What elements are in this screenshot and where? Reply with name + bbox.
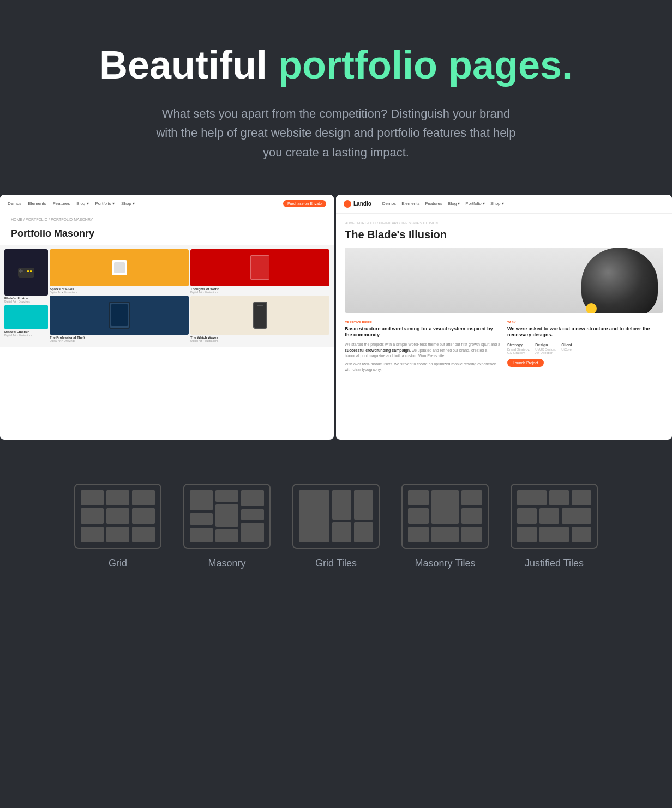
mt-c2r3 <box>431 527 459 542</box>
layout-type-masonry-tiles[interactable]: Masonry Tiles <box>401 484 489 569</box>
blade-col-left: CREATIVE BRIEF Basic structure and wiref… <box>345 321 501 373</box>
m-icon-c1r3 <box>190 528 213 542</box>
screenshot-masonry: Demos Elements Features Blog ▾ Portfolio… <box>0 195 336 440</box>
masonry-sub-3: Digital Art • Drawings <box>50 339 189 342</box>
browser-content-left: HOME / PORTFOLIO / PORTFOLIO MASONRY Por… <box>0 213 334 347</box>
blade-main: HOME / PORTFOLIO / DIGITAL ART / THE BLA… <box>336 214 672 432</box>
blade-nav-features[interactable]: Features <box>425 201 442 206</box>
mt-c1r3 <box>408 527 429 542</box>
justified-tiles-icon <box>517 490 591 542</box>
blade-left-heading: Basic structure and wireframing for a vi… <box>345 326 501 339</box>
blade-logo: Landio <box>344 200 371 208</box>
m-icon-c1r1 <box>190 490 213 511</box>
m-icon-c2r3 <box>215 529 238 542</box>
blade-nav-shop[interactable]: Shop ▾ <box>490 201 504 206</box>
masonry-grid: Blade's Illusion Digital Art • Drawings … <box>0 245 334 347</box>
blade-stat-strategy-label: Strategy <box>507 343 530 347</box>
masonry-sub-4: Digital Art • Illustrations <box>190 291 329 294</box>
grid-label: Grid <box>109 558 127 569</box>
grid-tiles-icon-box <box>292 484 380 549</box>
breadcrumb-left: HOME / PORTFOLIO / PORTFOLIO MASONRY <box>0 213 334 226</box>
masonry-icon-col-2 <box>215 490 238 542</box>
gt-cell-4 <box>354 522 373 542</box>
justified-tiles-icon-box <box>511 484 598 549</box>
grid-cell-2 <box>106 490 129 506</box>
blade-nav-demos[interactable]: Demos <box>382 201 396 206</box>
blade-logo-text: Landio <box>353 201 371 207</box>
blade-stat-client: Client UiCore <box>561 343 572 354</box>
layout-type-grid-tiles[interactable]: Grid Tiles <box>292 484 380 569</box>
purchase-btn[interactable]: Purchase on Envato <box>283 200 326 207</box>
m-icon-c1r2 <box>190 513 213 525</box>
masonry-item-orange: Sparks of Elves Digital Art • Illustrati… <box>50 249 189 294</box>
blade-stat-design-label: Design <box>535 343 556 347</box>
nav-elements[interactable]: Elements <box>28 201 46 206</box>
nav-shop[interactable]: Shop ▾ <box>121 201 135 206</box>
layout-types-section: Grid Maso <box>0 440 672 602</box>
title-accent: portfolio pages. <box>278 43 573 87</box>
gt-big-cell <box>299 490 329 542</box>
nav-features[interactable]: Features <box>53 201 70 206</box>
blade-left-tag: CREATIVE BRIEF <box>345 321 501 324</box>
justified-tiles-label: Justified Tiles <box>525 558 584 569</box>
masonry-sub-2: Digital Art • Illustrations <box>50 291 189 294</box>
jt-c3r2 <box>562 508 591 524</box>
jt-c1r3 <box>517 527 537 542</box>
blade-stat-strategy-value: Brand Strategy,UX Strategy <box>507 348 530 354</box>
blade-left-text: We started the projects with a simple Wo… <box>345 342 501 359</box>
main-title: Beautiful portfolio pages. <box>65 44 607 87</box>
svg-rect-3 <box>27 270 29 272</box>
launch-project-btn[interactable]: Launch Project <box>507 359 544 367</box>
jt-c3r1 <box>572 490 591 506</box>
jt-c1r1 <box>517 490 547 506</box>
grid-icon-box <box>74 484 161 549</box>
masonry-icon <box>190 490 264 542</box>
title-plain: Beautiful <box>99 43 278 87</box>
m-icon-c3r1 <box>241 490 264 507</box>
layout-type-justified-tiles[interactable]: Justified Tiles <box>511 484 598 569</box>
subtitle: What sets you apart from the competition… <box>151 104 521 162</box>
gt-cell-2 <box>354 490 373 520</box>
blade-right-heading: We were asked to work out a new structur… <box>507 326 663 339</box>
masonry-icon-col-3 <box>241 490 264 542</box>
jt-row-1 <box>517 490 591 506</box>
masonry-tiles-label: Masonry Tiles <box>415 558 475 569</box>
grid-tiles-label: Grid Tiles <box>315 558 357 569</box>
masonry-item-phone: The Which Waves Digital Art • Illustrati… <box>190 296 329 342</box>
screenshot-blade: Landio Demos Elements Features Blog ▾ Po… <box>336 195 672 440</box>
grid-icon <box>81 490 155 542</box>
blade-stat-client-value: UiCore <box>561 348 572 351</box>
blade-breadcrumb: HOME / PORTFOLIO / DIGITAL ART / THE BLA… <box>345 221 663 225</box>
blade-nav: Landio Demos Elements Features Blog ▾ Po… <box>336 195 672 214</box>
jt-c3r3 <box>572 527 591 542</box>
masonry-tiles-icon <box>408 490 482 542</box>
blade-stat-design-value: UI/UX Design,Art Direction <box>535 348 556 354</box>
blade-col-right: TASK We were asked to work out a new str… <box>507 321 663 373</box>
mt-c3r3 <box>461 527 482 542</box>
grid-cell-7 <box>81 527 104 542</box>
blade-stat-design: Design UI/UX Design,Art Direction <box>535 343 556 354</box>
blade-nav-blog[interactable]: Blog ▾ <box>448 201 460 206</box>
browser-nav-left: Demos Elements Features Blog ▾ Portfolio… <box>0 195 334 213</box>
masonry-col-0: Blade's Illusion Digital Art • Drawings … <box>4 249 48 342</box>
blade-hero-image <box>345 248 663 313</box>
masonry-item-red: Thoughts of World Digital Art • Illustra… <box>190 249 329 294</box>
blade-content: HOME / PORTFOLIO / DIGITAL ART / THE BLA… <box>336 214 672 432</box>
layout-type-masonry[interactable]: Masonry <box>183 484 271 569</box>
masonry-sub-1: Digital Art • Illustrations <box>4 334 48 337</box>
m-icon-c3r3 <box>241 523 264 542</box>
nav-portfolio[interactable]: Portfolio ▾ <box>95 201 115 206</box>
layout-type-grid[interactable]: Grid <box>74 484 161 569</box>
masonry-tiles-icon-box <box>401 484 489 549</box>
mt-c1 <box>408 490 429 506</box>
svg-rect-5 <box>19 270 23 272</box>
grid-cell-6 <box>132 508 155 524</box>
blade-page-title: The Blade's Illusion <box>345 228 663 241</box>
nav-blog[interactable]: Blog ▾ <box>76 201 88 206</box>
nav-demos[interactable]: Demos <box>8 201 21 206</box>
masonry-sub-5: Digital Art • Illustrations <box>190 339 329 342</box>
jt-c2r3 <box>539 527 569 542</box>
portfolio-masonry-title: Portfolio Masonry <box>0 226 334 245</box>
blade-nav-elements[interactable]: Elements <box>401 201 419 206</box>
blade-nav-portfolio[interactable]: Portfolio ▾ <box>465 201 485 206</box>
